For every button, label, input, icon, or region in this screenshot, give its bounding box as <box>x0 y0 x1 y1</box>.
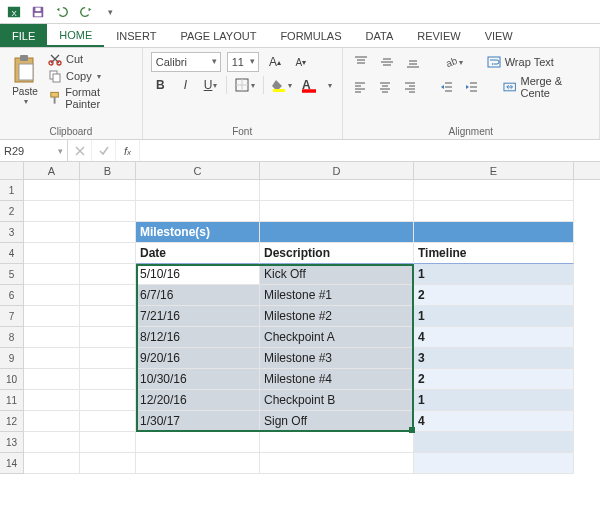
merge-center-button[interactable]: Merge & Cente <box>503 75 591 99</box>
cell[interactable] <box>136 432 260 453</box>
cell[interactable] <box>80 453 136 474</box>
orientation-button[interactable]: ab▾ <box>441 52 465 72</box>
table-cell-timeline[interactable]: 2 <box>414 369 574 390</box>
name-box[interactable]: R29 <box>0 140 68 161</box>
table-cell-timeline[interactable]: 1 <box>414 306 574 327</box>
font-color-button[interactable]: A ▾ <box>300 75 334 95</box>
tab-page-layout[interactable]: PAGE LAYOUT <box>168 24 268 47</box>
tab-data[interactable]: DATA <box>354 24 406 47</box>
table-cell-date[interactable]: 7/21/16 <box>136 306 260 327</box>
cell[interactable] <box>80 390 136 411</box>
borders-button[interactable]: ▾ <box>233 75 257 95</box>
cell[interactable] <box>414 201 574 222</box>
row-header[interactable]: 13 <box>0 432 24 453</box>
row-header[interactable]: 10 <box>0 369 24 390</box>
col-header[interactable]: B <box>80 162 136 179</box>
cell[interactable] <box>24 285 80 306</box>
table-cell-timeline[interactable]: 4 <box>414 327 574 348</box>
fill-color-button[interactable]: ▾ <box>270 75 294 95</box>
cell[interactable] <box>414 432 574 453</box>
row-header[interactable]: 12 <box>0 411 24 432</box>
col-header[interactable]: D <box>260 162 414 179</box>
cell[interactable] <box>24 390 80 411</box>
row-header[interactable]: 7 <box>0 306 24 327</box>
align-center-icon[interactable] <box>376 77 395 97</box>
row-header[interactable]: 14 <box>0 453 24 474</box>
cell[interactable] <box>414 453 574 474</box>
align-right-icon[interactable] <box>401 77 420 97</box>
wrap-text-button[interactable]: Wrap Text <box>487 55 554 69</box>
cell[interactable] <box>80 180 136 201</box>
enter-formula-icon[interactable] <box>92 140 116 161</box>
cell[interactable] <box>136 180 260 201</box>
col-date[interactable]: Date <box>136 243 260 264</box>
tab-insert[interactable]: INSERT <box>104 24 168 47</box>
table-cell-timeline[interactable]: 2 <box>414 285 574 306</box>
cancel-formula-icon[interactable] <box>68 140 92 161</box>
decrease-indent-icon[interactable] <box>438 77 457 97</box>
table-cell-desc[interactable]: Milestone #2 <box>260 306 414 327</box>
table-cell-timeline[interactable]: 3 <box>414 348 574 369</box>
col-header[interactable]: A <box>24 162 80 179</box>
align-bottom-icon[interactable] <box>403 52 423 72</box>
table-cell-date[interactable]: 10/30/16 <box>136 369 260 390</box>
row-header[interactable]: 5 <box>0 264 24 285</box>
table-cell-desc[interactable]: Sign Off <box>260 411 414 432</box>
tab-formulas[interactable]: FORMULAS <box>268 24 353 47</box>
copy-button[interactable]: Copy▾ <box>48 69 134 83</box>
table-cell-date[interactable]: 5/10/16 <box>136 264 260 285</box>
cell[interactable] <box>80 222 136 243</box>
cell[interactable] <box>260 201 414 222</box>
cell[interactable] <box>260 453 414 474</box>
decrease-font-icon[interactable]: A▾ <box>291 52 311 72</box>
format-painter-button[interactable]: Format Painter <box>48 86 134 110</box>
align-middle-icon[interactable] <box>377 52 397 72</box>
row-header[interactable]: 4 <box>0 243 24 264</box>
cell[interactable] <box>260 432 414 453</box>
increase-indent-icon[interactable] <box>463 77 482 97</box>
table-title[interactable]: Milestone(s) <box>136 222 260 243</box>
cell[interactable] <box>80 348 136 369</box>
row-header[interactable]: 6 <box>0 285 24 306</box>
cell[interactable] <box>24 369 80 390</box>
table-cell-timeline[interactable]: 1 <box>414 264 574 285</box>
select-all-corner[interactable] <box>0 162 24 179</box>
undo-icon[interactable] <box>54 4 70 20</box>
align-left-icon[interactable] <box>351 77 370 97</box>
worksheet-grid[interactable]: A B C D E 123Milestone(s)4DateDescriptio… <box>0 162 600 510</box>
cell[interactable] <box>24 432 80 453</box>
cell[interactable] <box>80 285 136 306</box>
table-cell-desc[interactable]: Kick Off <box>260 264 414 285</box>
align-top-icon[interactable] <box>351 52 371 72</box>
cell[interactable] <box>24 453 80 474</box>
cell[interactable] <box>80 369 136 390</box>
cell[interactable] <box>24 411 80 432</box>
col-description[interactable]: Description <box>260 243 414 264</box>
cell[interactable] <box>24 348 80 369</box>
table-cell-desc[interactable]: Checkpoint A <box>260 327 414 348</box>
table-cell-timeline[interactable]: 1 <box>414 390 574 411</box>
italic-button[interactable]: I <box>176 75 195 95</box>
table-cell-date[interactable]: 12/20/16 <box>136 390 260 411</box>
paste-button[interactable]: Paste ▾ <box>8 52 42 108</box>
col-header[interactable]: C <box>136 162 260 179</box>
cell[interactable] <box>24 327 80 348</box>
tab-file[interactable]: FILE <box>0 24 47 47</box>
formula-input[interactable] <box>140 140 600 161</box>
increase-font-icon[interactable]: A▴ <box>265 52 285 72</box>
cut-button[interactable]: Cut <box>48 52 134 66</box>
cell[interactable] <box>24 222 80 243</box>
table-cell-desc[interactable]: Milestone #1 <box>260 285 414 306</box>
cell[interactable] <box>80 264 136 285</box>
table-cell-desc[interactable]: Checkpoint B <box>260 390 414 411</box>
cell[interactable] <box>414 222 574 243</box>
cell[interactable] <box>260 180 414 201</box>
table-cell-date[interactable]: 9/20/16 <box>136 348 260 369</box>
row-header[interactable]: 8 <box>0 327 24 348</box>
cell[interactable] <box>80 432 136 453</box>
row-header[interactable]: 3 <box>0 222 24 243</box>
tab-home[interactable]: HOME <box>47 24 104 47</box>
cell[interactable] <box>136 201 260 222</box>
row-header[interactable]: 9 <box>0 348 24 369</box>
cell[interactable] <box>80 201 136 222</box>
